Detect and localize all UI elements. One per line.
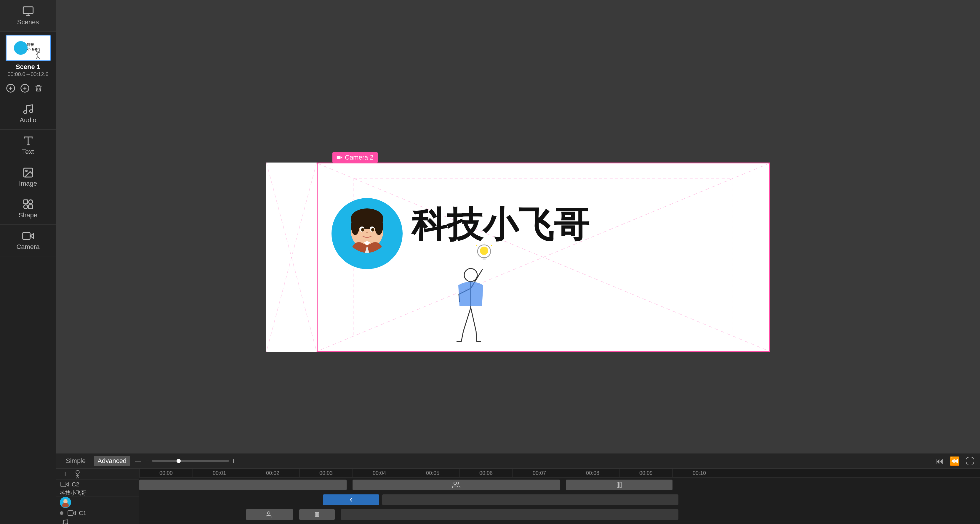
tl-zoom-thumb[interactable] — [177, 459, 181, 463]
svg-line-35 — [266, 162, 317, 352]
c1-dot — [60, 511, 64, 515]
duplicate-scene-button[interactable] — [20, 84, 30, 95]
canvas-board: Camera 2 — [266, 162, 770, 352]
c2-track — [139, 492, 980, 507]
svg-line-58 — [471, 308, 476, 331]
char-seg-3[interactable] — [566, 480, 673, 490]
camera-c1-icon — [67, 508, 76, 518]
tl-fullscreen-button[interactable]: ⛶ — [966, 456, 974, 466]
sidebar-item-audio[interactable]: Audio — [0, 98, 56, 130]
ruler-10: 00:10 — [673, 468, 726, 478]
svg-point-75 — [454, 482, 457, 484]
c2-label: C2 — [72, 481, 80, 488]
sidebar-item-shape[interactable]: Shape — [0, 193, 56, 225]
svg-line-34 — [266, 162, 317, 352]
avatar-track — [139, 522, 980, 524]
tl-zoom-minus[interactable]: − — [145, 457, 150, 465]
sidebar-item-scenes[interactable]: Scenes — [0, 0, 56, 32]
character-track-icon — [73, 469, 82, 479]
audio-track-icon — [60, 518, 69, 524]
svg-point-45 — [480, 247, 488, 255]
camera-c2-icon — [60, 480, 69, 489]
ruler-3: 00:03 — [299, 468, 353, 478]
svg-text:小飞哥: 小飞哥 — [27, 48, 38, 51]
text-label: Text — [22, 148, 34, 156]
svg-line-56 — [463, 308, 471, 331]
tab-advanced[interactable]: Advanced — [94, 456, 130, 466]
scene-1-thumbnail[interactable]: 科技 小飞哥 Scene 1 00:00.0→00:12.6 — [0, 32, 56, 81]
main-area: Camera 2 — [56, 0, 980, 524]
ruler-9: 00:09 — [619, 468, 673, 478]
text-seg-1[interactable] — [246, 509, 293, 520]
timeline-tracks: + — [56, 468, 980, 524]
svg-rect-29 — [22, 232, 30, 239]
text-track-label: 科技小飞哥 — [60, 489, 86, 497]
scene-actions — [0, 81, 56, 98]
scene-thumb-box: 科技 小飞哥 — [6, 35, 51, 61]
canvas-container[interactable]: Camera 2 — [56, 0, 980, 514]
svg-line-50 — [476, 245, 477, 246]
svg-line-64 — [76, 475, 78, 476]
avatar-track-thumb — [60, 497, 71, 508]
svg-point-24 — [25, 170, 27, 172]
track-label-avatar — [56, 497, 139, 508]
character-track — [139, 478, 980, 492]
svg-point-38 — [351, 217, 360, 235]
tl-zoom-plus[interactable]: + — [231, 457, 235, 465]
svg-rect-80 — [318, 513, 319, 517]
c1-label: C1 — [79, 510, 86, 517]
camera2-label: Camera 2 — [332, 152, 378, 163]
c2-seg-1[interactable] — [323, 494, 379, 505]
svg-rect-0 — [23, 7, 33, 14]
stick-figure — [438, 243, 497, 337]
add-track-button[interactable]: + — [60, 468, 70, 479]
scenes-label: Scenes — [17, 18, 39, 26]
svg-point-42 — [361, 228, 364, 232]
text-seg-3[interactable] — [341, 509, 678, 520]
text-track — [139, 507, 980, 522]
svg-line-57 — [461, 331, 463, 341]
c2-seg-2[interactable] — [382, 494, 678, 505]
timeline: Simple Advanced — − + ⏮ ⏪ ⛶ + — [56, 453, 980, 524]
track-label-c2: C2 — [56, 480, 139, 489]
tl-right-controls: ⏮ ⏪ ⛶ — [935, 456, 974, 466]
tl-to-start-button[interactable]: ⏮ — [935, 456, 943, 466]
tl-divider: — — [135, 458, 141, 465]
sidebar: Scenes 科技 小飞哥 Scene 1 00:00.0→00:12.6 — [0, 0, 56, 524]
sidebar-item-text[interactable]: Text — [0, 130, 56, 161]
tracks-labels: + — [56, 468, 139, 524]
scene-time: 00:00.0→00:12.6 — [7, 71, 48, 78]
svg-point-51 — [464, 268, 477, 281]
sidebar-item-camera[interactable]: Camera — [0, 225, 56, 256]
delete-scene-button[interactable] — [34, 84, 43, 94]
svg-rect-68 — [61, 482, 66, 487]
tab-simple[interactable]: Simple — [62, 456, 89, 466]
char-seg-2[interactable] — [353, 480, 560, 490]
ruler-8: 00:08 — [566, 468, 619, 478]
tracks-area[interactable]: 00:00 00:01 00:02 00:03 00:04 00:05 00:0… — [139, 468, 980, 524]
svg-point-19 — [24, 111, 27, 114]
tl-play-back-button[interactable]: ⏪ — [950, 456, 960, 466]
svg-point-78 — [267, 511, 270, 514]
ruler-0: 00:00 — [139, 468, 192, 478]
char-seg-1[interactable] — [139, 480, 347, 490]
svg-rect-76 — [617, 482, 619, 488]
track-label-text: 科技小飞哥 — [56, 489, 139, 497]
timeline-header: Simple Advanced — − + ⏮ ⏪ ⛶ — [56, 454, 980, 468]
shape-label: Shape — [19, 211, 38, 219]
svg-rect-77 — [620, 482, 621, 488]
text-seg-2[interactable] — [299, 509, 335, 520]
image-label: Image — [19, 180, 37, 187]
svg-point-20 — [30, 110, 33, 113]
svg-line-65 — [78, 475, 80, 476]
svg-rect-33 — [337, 156, 341, 159]
scene-name: Scene 1 — [16, 63, 40, 71]
track-label-audio — [56, 518, 139, 524]
tl-zoom-slider[interactable] — [152, 460, 229, 462]
add-scene-button[interactable] — [6, 84, 15, 95]
sidebar-item-image[interactable]: Image — [0, 161, 56, 193]
svg-rect-27 — [24, 205, 27, 209]
ruler-6: 00:06 — [459, 468, 512, 478]
svg-rect-26 — [29, 200, 32, 204]
svg-rect-25 — [24, 200, 27, 204]
